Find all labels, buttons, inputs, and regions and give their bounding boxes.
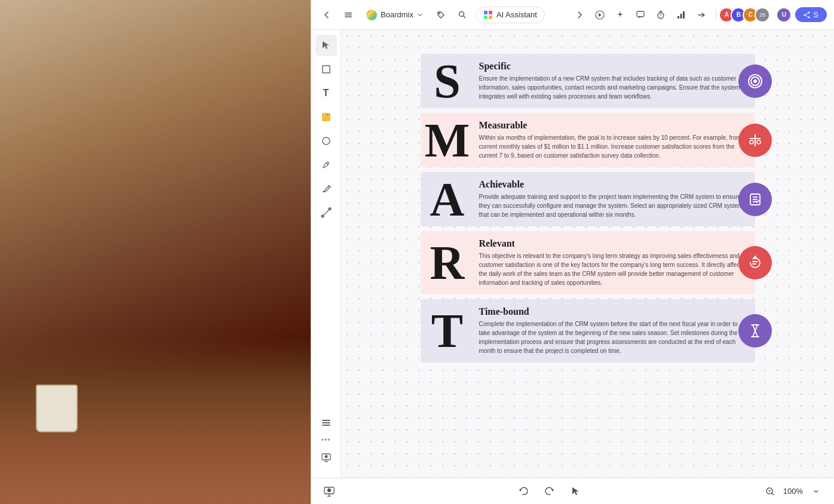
pen-icon — [321, 159, 332, 170]
sidebar-item-connector[interactable] — [315, 202, 337, 223]
ai-assistant-button[interactable]: AI Assistant — [476, 7, 545, 23]
svg-point-30 — [329, 208, 331, 210]
play-button[interactable] — [591, 7, 608, 23]
boardmix-logo — [366, 10, 377, 20]
svg-rect-9 — [489, 16, 492, 19]
zoom-level: 100% — [783, 487, 803, 496]
svg-point-19 — [804, 14, 806, 16]
more-button[interactable] — [693, 7, 710, 23]
content-r: Relevant This objective is relevant to t… — [474, 231, 755, 294]
svg-rect-14 — [677, 16, 679, 19]
svg-rect-31 — [322, 420, 330, 421]
sidebar-item-pencil[interactable] — [315, 178, 337, 199]
current-user-avatar[interactable]: U — [776, 7, 792, 23]
redo-button[interactable] — [541, 483, 558, 500]
chart-button[interactable] — [673, 7, 689, 23]
svg-rect-0 — [345, 13, 352, 14]
letter-s: S — [434, 57, 461, 105]
text-r: This objective is relevant to the compan… — [479, 251, 746, 287]
arrow-right-button[interactable] — [571, 7, 588, 23]
smart-card-t: T Time-bound Complete the implementation… — [421, 299, 755, 362]
svg-line-5 — [464, 16, 465, 18]
svg-marker-57 — [551, 489, 554, 491]
svg-rect-1 — [345, 14, 352, 16]
svg-point-43 — [750, 140, 753, 144]
sidebar-item-text[interactable]: T — [315, 82, 337, 104]
timer-button[interactable] — [652, 7, 669, 23]
target-icon — [747, 73, 763, 89]
tag-button[interactable] — [433, 7, 449, 23]
letter-area-a: A — [421, 172, 474, 226]
canvas-area[interactable]: S Specific Ensure the implementation of … — [341, 30, 834, 478]
title-s: Specific — [479, 61, 746, 72]
present-mode-button[interactable] — [321, 483, 338, 500]
chat-button[interactable] — [632, 7, 649, 23]
svg-rect-51 — [752, 263, 756, 265]
svg-point-29 — [321, 215, 324, 217]
svg-line-26 — [326, 163, 328, 165]
letter-area-s: S — [421, 54, 474, 108]
toolbar: Boardmix — [311, 0, 834, 30]
boardmix-button[interactable]: Boardmix — [361, 7, 428, 23]
icon-circle-m — [738, 124, 772, 157]
svg-rect-15 — [680, 14, 682, 19]
svg-marker-56 — [519, 489, 522, 491]
content-m: Measurable Within six months of implemen… — [474, 113, 755, 167]
svg-rect-33 — [322, 425, 330, 426]
bottom-toolbar: 100% — [311, 478, 834, 504]
pointer-button[interactable] — [568, 483, 584, 500]
icon-circle-r — [738, 246, 772, 279]
sidebar: T — [311, 30, 341, 478]
svg-marker-58 — [572, 487, 579, 495]
undo-button[interactable] — [515, 483, 532, 500]
sticky-icon — [321, 112, 332, 122]
smart-container: S Specific Ensure the implementation of … — [421, 54, 755, 362]
text-s: Ensure the implementation of a new CRM s… — [479, 74, 746, 101]
sidebar-item-present[interactable] — [315, 447, 337, 468]
svg-rect-12 — [637, 11, 644, 17]
title-t: Time-bound — [479, 306, 746, 317]
search-button[interactable] — [454, 7, 471, 23]
letter-m: M — [425, 116, 470, 164]
svg-point-25 — [323, 137, 330, 145]
toolbar-divider — [716, 9, 716, 21]
sidebar-bottom: ••• — [315, 412, 337, 473]
bottom-right: 100% — [762, 483, 824, 500]
sidebar-item-select[interactable] — [315, 35, 337, 56]
smart-card-r: R Relevant This objective is relevant to… — [421, 231, 755, 294]
chevron-down-icon — [417, 12, 423, 18]
svg-point-18 — [808, 16, 810, 18]
sidebar-item-pen[interactable] — [315, 154, 337, 176]
sparkle-button[interactable] — [612, 7, 628, 23]
svg-marker-49 — [753, 256, 757, 259]
svg-rect-50 — [752, 261, 758, 262]
svg-point-40 — [753, 79, 757, 83]
zoom-chevron-icon — [813, 488, 819, 494]
menu-button[interactable] — [340, 7, 357, 23]
checklist-icon — [747, 192, 763, 207]
cursor-icon — [321, 40, 332, 51]
svg-rect-24 — [322, 113, 330, 121]
title-r: Relevant — [479, 238, 746, 249]
share-button[interactable]: S — [795, 7, 827, 22]
sidebar-item-sticky[interactable] — [315, 106, 337, 128]
svg-line-61 — [772, 493, 774, 495]
content-t: Time-bound Complete the implementation o… — [474, 299, 755, 362]
ai-assistant-label: AI Assistant — [496, 10, 537, 19]
avatar-count: 26 — [755, 7, 770, 23]
svg-point-44 — [757, 140, 761, 144]
pencil-icon — [321, 183, 332, 194]
sidebar-item-list[interactable] — [315, 412, 337, 434]
svg-line-21 — [806, 15, 808, 17]
cycle-icon — [747, 255, 763, 271]
back-button[interactable] — [318, 7, 335, 23]
main-content: T — [311, 30, 834, 478]
list-icon — [321, 417, 332, 428]
zoom-out-button[interactable] — [762, 483, 778, 500]
redo-icon — [544, 486, 555, 497]
zoom-dropdown-button[interactable] — [808, 483, 824, 500]
sidebar-item-frame[interactable] — [315, 59, 337, 80]
sidebar-item-shape[interactable] — [315, 130, 337, 152]
letter-r: R — [430, 239, 465, 287]
title-a: Achievable — [479, 179, 746, 190]
